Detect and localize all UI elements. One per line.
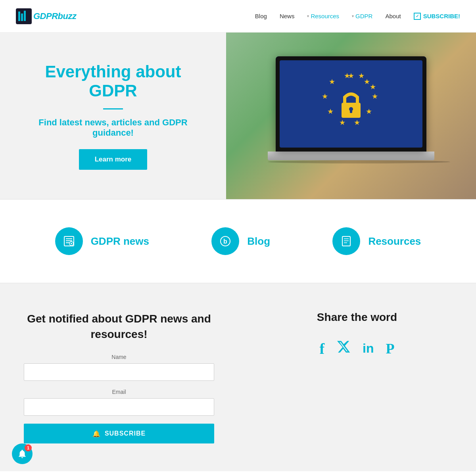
resources-icon xyxy=(340,235,353,248)
hero-title: Everything about GDPR xyxy=(24,62,202,100)
hero-section: Everything about GDPR Find latest news, … xyxy=(0,33,476,199)
laptop-screen: ★ ★ ★ ★ ★ ★ ★ ★ ★ ★ ★ ★ xyxy=(276,56,426,152)
facebook-icon[interactable]: f xyxy=(319,340,324,357)
svg-text:★: ★ xyxy=(322,92,328,100)
svg-rect-28 xyxy=(342,236,350,246)
subscribe-nav-button[interactable]: ✓ SUBSCRIBE! xyxy=(414,13,460,20)
subscription-title: Get notified about GDPR news and resourc… xyxy=(24,311,214,342)
svg-text:★: ★ xyxy=(372,92,378,100)
laptop-base xyxy=(268,152,434,160)
svg-text:★: ★ xyxy=(354,119,360,127)
twitter-x-icon[interactable] xyxy=(336,340,351,357)
nav-resources-dropdown[interactable]: ▾ Resources xyxy=(307,13,339,19)
hero-divider xyxy=(103,108,123,109)
share-area: Share the word f in P xyxy=(238,311,452,443)
email-form-group: Email xyxy=(24,389,214,416)
notification-bell[interactable] xyxy=(12,443,33,464)
svg-rect-2 xyxy=(21,13,23,21)
email-label: Email xyxy=(24,389,214,395)
email-input[interactable] xyxy=(24,398,214,416)
chevron-down-icon: ▾ xyxy=(352,14,354,18)
linkedin-icon[interactable]: in xyxy=(363,341,374,356)
svg-text:★: ★ xyxy=(358,72,365,80)
hero-background: ★ ★ ★ ★ ★ ★ ★ ★ ★ ★ ★ ★ xyxy=(226,33,476,199)
laptop-bezel: ★ ★ ★ ★ ★ ★ ★ ★ ★ ★ ★ ★ xyxy=(276,56,426,152)
subscribe-submit-button[interactable]: 🔔 SUBSCRIBE xyxy=(24,424,214,443)
bell-icon xyxy=(17,449,27,459)
svg-text:★: ★ xyxy=(370,83,376,91)
subscribe-bell-icon: 🔔 xyxy=(92,430,101,438)
share-title: Share the word xyxy=(317,311,397,324)
header: GDPRbuzz Blog News ▾ Resources ▾ GDPR Ab… xyxy=(0,0,476,33)
subscription-section: Get notified about GDPR news and resourc… xyxy=(0,283,476,471)
hero-content: Everything about GDPR Find latest news, … xyxy=(0,33,226,199)
logo-icon xyxy=(16,8,32,24)
main-nav: Blog News ▾ Resources ▾ GDPR About ✓ SUB… xyxy=(255,13,460,20)
features-section: GDPR news b Blog Resources xyxy=(0,200,476,283)
blog-icon-circle: b xyxy=(211,227,239,255)
hero-image: ★ ★ ★ ★ ★ ★ ★ ★ ★ ★ ★ ★ xyxy=(226,33,476,199)
nav-blog[interactable]: Blog xyxy=(255,13,267,19)
pinterest-icon[interactable]: P xyxy=(386,340,395,357)
svg-text:★: ★ xyxy=(339,119,345,127)
checkbox-icon: ✓ xyxy=(414,13,421,20)
svg-rect-1 xyxy=(18,12,20,21)
logo[interactable]: GDPRbuzz xyxy=(16,8,76,24)
svg-text:★: ★ xyxy=(364,78,370,86)
subscription-form-area: Get notified about GDPR news and resourc… xyxy=(24,311,238,443)
feature-blog[interactable]: b Blog xyxy=(211,227,270,255)
news-icon xyxy=(63,235,75,248)
blog-label: Blog xyxy=(247,235,270,248)
svg-text:★: ★ xyxy=(344,72,350,80)
learn-more-button[interactable]: Learn more xyxy=(79,149,148,170)
svg-text:b: b xyxy=(223,238,227,245)
resources-icon-circle xyxy=(332,227,360,255)
eu-flag-svg: ★ ★ ★ ★ ★ ★ ★ ★ ★ ★ ★ ★ xyxy=(311,66,391,142)
feature-resources[interactable]: Resources xyxy=(332,227,421,255)
blog-icon: b xyxy=(219,235,232,248)
logo-text: GDPRbuzz xyxy=(33,11,76,21)
name-label: Name xyxy=(24,354,214,360)
nav-gdpr-dropdown[interactable]: ▾ GDPR xyxy=(352,13,372,19)
gdpr-news-label: GDPR news xyxy=(91,235,149,248)
nav-news[interactable]: News xyxy=(280,13,295,19)
svg-rect-18 xyxy=(350,109,352,113)
name-input[interactable] xyxy=(24,363,214,381)
hero-subtitle: Find latest news, articles and GDPR guid… xyxy=(24,117,202,138)
social-icons-group: f in P xyxy=(319,340,394,357)
laptop-shadow xyxy=(268,160,450,163)
nav-about[interactable]: About xyxy=(385,13,401,19)
name-form-group: Name xyxy=(24,354,214,381)
svg-text:★: ★ xyxy=(327,107,334,115)
chevron-down-icon: ▾ xyxy=(307,14,309,18)
feature-gdpr-news[interactable]: GDPR news xyxy=(55,227,149,255)
laptop-illustration: ★ ★ ★ ★ ★ ★ ★ ★ ★ ★ ★ ★ xyxy=(268,56,434,175)
svg-text:★: ★ xyxy=(329,78,335,86)
resources-label: Resources xyxy=(368,235,421,248)
svg-text:★: ★ xyxy=(366,107,372,115)
laptop-screen-inner: ★ ★ ★ ★ ★ ★ ★ ★ ★ ★ ★ ★ xyxy=(280,60,422,148)
gdpr-news-icon-circle xyxy=(55,227,83,255)
svg-rect-3 xyxy=(24,11,26,21)
